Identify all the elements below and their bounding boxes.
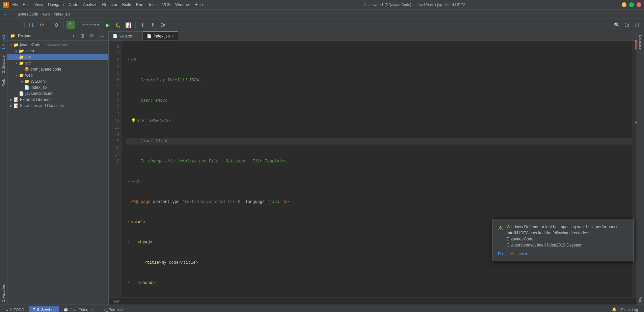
sidebar-item-favorites[interactable]: 2: Favorites [1, 282, 6, 305]
bottom-tab-terminal[interactable]: >_ Terminal [100, 306, 127, 312]
code-text-8d: language= [243, 199, 267, 205]
tab-indexjsp-label: index.jsp [154, 34, 169, 38]
close-button[interactable] [637, 2, 641, 7]
menu-build[interactable]: Build [122, 2, 131, 7]
fold-9[interactable]: ▾ [126, 220, 131, 225]
code-text-8c: "text/html;charset=UTF-8" [182, 199, 243, 205]
tree-item-idea[interactable]: ▶ 📂 .idea [7, 48, 108, 54]
menu-edit[interactable]: Edit [23, 2, 30, 7]
menu-code[interactable]: Code [69, 2, 78, 7]
code-line-5: Time: 13:10 [126, 138, 632, 145]
editor-tabs: 📄 web.xml × 📄 index.jsp × [109, 31, 637, 41]
tree-item-out[interactable]: ▶ 📁 out [7, 54, 108, 60]
toolbar: ← → ⟳ ⚙ 🔨 Unnamed ▾ ▶ 🐛 📊 ⬆ ⬇ 🔍 [0, 19, 644, 31]
menu-run[interactable]: Run [136, 2, 143, 7]
app-icon: IJ [3, 2, 9, 8]
tree-folder-out-icon: 📁 [19, 55, 24, 59]
notification-fix-link[interactable]: Fix... [498, 252, 507, 256]
project-settings-button[interactable]: ⚙ [88, 32, 96, 39]
right-tab-database[interactable]: Database [638, 32, 643, 52]
breadcrumb-forward[interactable]: → [9, 12, 13, 17]
project-add-button[interactable]: + [71, 32, 76, 39]
recent-files-button[interactable] [633, 21, 641, 29]
menu-tools[interactable]: Tools [148, 2, 158, 7]
tab-webxml-close[interactable]: × [136, 34, 138, 38]
project-panel: 📁 Project + ⊞ ⚙ — ▾ 📁 javaeeCode D:\java… [7, 31, 109, 305]
scroll-indicator-red [635, 42, 637, 50]
menu-refactor[interactable]: Refactor [102, 2, 117, 7]
code-text-11a: <title> [144, 259, 161, 266]
menu-help[interactable]: Help [194, 2, 203, 7]
vcs-popup-button[interactable] [159, 21, 167, 29]
debug-button[interactable]: 🐛 [114, 21, 123, 29]
tab-indexjsp[interactable]: 📄 index.jsp × [143, 31, 178, 40]
tree-item-extlibs[interactable]: ▶ 📊 External Libraries [7, 97, 108, 103]
tree-item-web[interactable]: ▾ 📁 web [7, 72, 108, 78]
tree-item-root[interactable]: ▾ 📁 javaeeCode D:\javaeeCode [7, 42, 108, 48]
sync-button[interactable]: ⟳ [37, 21, 46, 29]
revert-button[interactable]: ⬇ [149, 21, 157, 29]
update-button[interactable]: ⬆ [138, 21, 147, 29]
breadcrumb-project[interactable]: javaeeCode [17, 12, 38, 17]
bottom-tab-todo[interactable]: ≡ 6: TODO [3, 306, 28, 312]
forward-button[interactable]: → [13, 21, 22, 29]
menu-file[interactable]: File [11, 2, 18, 7]
tree-jsp-icon: 📄 [24, 85, 29, 90]
tree-item-webinf[interactable]: ▶ 📁 WEB-INF [7, 78, 108, 84]
tree-item-indexjsp[interactable]: 📄 index.jsp [7, 84, 108, 90]
project-panel-title: Project [18, 33, 42, 38]
menu-view[interactable]: View [34, 2, 43, 7]
notification-actions-link[interactable]: Actions ▾ [511, 252, 527, 256]
fold-10[interactable]: ▾ [126, 240, 131, 245]
notification-message: Windows Defender might be impacting your… [507, 224, 628, 248]
bottom-tab-javaee[interactable]: ☕ Java Enterprise [60, 306, 99, 312]
fold-1[interactable]: ▾ [126, 58, 131, 62]
tree-item-package[interactable]: 📦 com.javaee.code [7, 66, 108, 72]
code-text-8e: "java" [267, 199, 281, 205]
tree-label-indexjsp: index.jsp [31, 85, 47, 90]
new-file-button[interactable] [27, 21, 36, 29]
breadcrumb-web[interactable]: web [42, 12, 50, 17]
code-text-4: ate: 2020/2/27 [137, 118, 171, 124]
code-text-5: Time: 13:10 [131, 138, 167, 145]
run-button[interactable]: ▶ [104, 21, 112, 29]
build-button[interactable]: 🔨 [66, 21, 75, 29]
breadcrumb-back[interactable]: ← [3, 12, 7, 17]
tree-item-scratches[interactable]: ▶ 📝 Scratches and Consoles [7, 103, 108, 109]
tree-item-src[interactable]: ▾ 📁 src [7, 60, 108, 66]
tab-webxml[interactable]: 📄 web.xml × [109, 31, 143, 40]
open-file-button[interactable] [622, 21, 631, 29]
tree-extlibs-icon: 📊 [14, 97, 19, 102]
code-text-8b: contentType= [153, 199, 182, 205]
project-close-button[interactable]: — [98, 32, 106, 39]
bottom-tab-services[interactable]: ⚙ 8: Services [29, 306, 59, 312]
fold-12[interactable]: ▾ [126, 281, 131, 285]
project-layout-button[interactable]: ⊞ [79, 32, 86, 39]
tab-indexjsp-close[interactable]: × [172, 34, 174, 38]
code-text-8a: <%@ page [131, 199, 153, 205]
back-button[interactable]: ← [3, 21, 11, 29]
sidebar-item-project[interactable]: 1: Project [1, 32, 6, 52]
sidebar-item-structure[interactable]: 2: Structure [1, 53, 6, 76]
bottom-tab-terminal-label: Terminal [109, 308, 123, 312]
code-line-3: User: enovo [126, 97, 632, 104]
menu-navigate[interactable]: Navigate [48, 2, 64, 7]
breadcrumb-file[interactable]: index.jsp [54, 12, 70, 17]
menu-window[interactable]: Window [175, 2, 190, 7]
minimize-button[interactable] [622, 2, 626, 7]
search-everywhere-button[interactable]: 🔍 [612, 21, 621, 29]
sidebar-item-web[interactable]: Web [1, 76, 6, 88]
right-tab-ant[interactable]: Ant [638, 294, 643, 305]
tab-jsp-icon: 📄 [147, 34, 152, 38]
settings-button[interactable]: ⚙ [52, 21, 61, 29]
maximize-button[interactable] [629, 2, 634, 7]
run-config-selector[interactable]: Unnamed ▾ [77, 22, 102, 28]
menu-analyze[interactable]: Analyze [83, 2, 98, 7]
tree-item-iml[interactable]: 📄 javaeeCode.iml [7, 90, 108, 97]
coverage-button[interactable]: 📊 [124, 21, 133, 29]
menu-vcs[interactable]: VCS [162, 2, 171, 7]
bottom-tab-eventlog-label: 1 Event Log [618, 308, 638, 312]
bottom-tab-eventlog[interactable]: 🔔 1 Event Log [609, 306, 641, 312]
fold-7[interactable]: ▾ [126, 179, 131, 184]
notification-header: ⚠ Windows Defender might be impacting yo… [498, 224, 628, 248]
